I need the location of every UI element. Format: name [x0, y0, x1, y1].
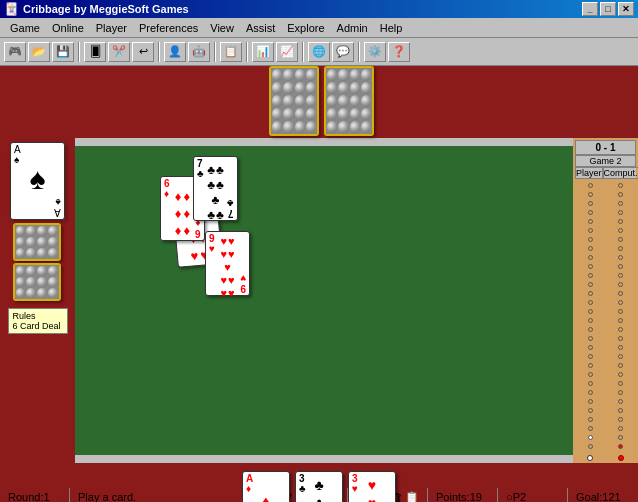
played-card-9h[interactable]: 9♥ ♥♥ ♥♥ ♥ ♥♥ ♥♥ 9♥ [205, 231, 250, 296]
computer-card-2 [324, 66, 374, 136]
player-card-3c[interactable]: 3♣ ♣♣♣ 3♣ [295, 471, 343, 502]
close-button[interactable]: ✕ [618, 2, 634, 16]
menu-explore[interactable]: Explore [281, 20, 330, 36]
peg-computer [618, 455, 624, 461]
score-header: 0 - 1 [575, 140, 636, 155]
menu-assist[interactable]: Assist [240, 20, 281, 36]
player-card-3h[interactable]: 3♥ ♥♥♥ 3♥ [348, 471, 396, 502]
menu-player[interactable]: Player [90, 20, 133, 36]
toolbar-stats[interactable]: 📊 [252, 42, 274, 62]
toolbar-deal[interactable]: 🂠 [84, 42, 106, 62]
toolbar-cut[interactable]: ✂️ [108, 42, 130, 62]
crib-back-top [13, 223, 61, 261]
crib-back-bottom [13, 263, 61, 301]
three-clubs-center: ♣♣♣ [314, 477, 323, 502]
title-bar-text: Cribbage by MeggieSoft Games [23, 3, 189, 15]
status-goal: Goal:121 [568, 488, 638, 502]
points-text: Points:19 [436, 491, 482, 502]
toolbar-graph[interactable]: 📈 [276, 42, 298, 62]
player-hand-cards: A♦ ♦ A♦ 3♣ ♣♣♣ 3♣ 3♥ ♥♥♥ 3♥ [242, 471, 396, 502]
round-text: Round:1 [8, 491, 50, 502]
toolbar-sep6 [358, 42, 360, 62]
menu-bar: Game Online Player Preferences View Assi… [0, 18, 638, 38]
computer-cards [239, 66, 399, 138]
toolbar-computer[interactable]: 🤖 [188, 42, 210, 62]
menu-game[interactable]: Game [4, 20, 46, 36]
game-layout: A♠ ♠ A♠ [0, 66, 638, 486]
info-deal: 6 Card Deal [13, 321, 63, 331]
toolbar-help[interactable]: ❓ [388, 42, 410, 62]
status-player: ○P2 [498, 488, 568, 502]
toolbar-open[interactable]: 📂 [28, 42, 50, 62]
middle-row: A♠ ♠ A♠ [0, 138, 638, 463]
menu-help[interactable]: Help [374, 20, 409, 36]
computer-hand-area [0, 66, 638, 138]
toolbar-sep5 [302, 42, 304, 62]
title-bar-icon: 🃏 [4, 2, 19, 16]
card-suit-center: ♠ [30, 162, 46, 196]
score-panel: 0 - 1 Game 2 Player Comput. [573, 138, 638, 463]
ace-of-spades-card[interactable]: A♠ ♠ A♠ [10, 142, 65, 220]
window-controls: _ □ ✕ [582, 2, 634, 16]
message-text: Play a card. [78, 491, 136, 502]
toolbar-save[interactable]: 💾 [52, 42, 74, 62]
play-area: 6♦ ♦♦ ♦♦ ♦♦ 6♦ 7♣ ♣♣ ♣♣ ♣ ♣♣ 7♣ [75, 146, 573, 455]
menu-admin[interactable]: Admin [331, 20, 374, 36]
player-indicator: ○P2 [506, 491, 526, 502]
toolbar-new[interactable]: 🎮 [4, 42, 26, 62]
score-computer-label: Comput. [603, 167, 638, 179]
score-track [575, 179, 636, 453]
toolbar-prefs[interactable]: ⚙️ [364, 42, 386, 62]
peg-row [575, 455, 636, 461]
toolbar-undo[interactable]: ↩ [132, 42, 154, 62]
player-card-ad[interactable]: A♦ ♦ A♦ [242, 471, 290, 502]
ace-center: ♦ [259, 489, 272, 502]
goal-text: Goal:121 [576, 491, 621, 502]
title-bar: 🃏 Cribbage by MeggieSoft Games _ □ ✕ [0, 0, 638, 18]
score-dots [575, 179, 636, 453]
menu-view[interactable]: View [204, 20, 240, 36]
left-panel: A♠ ♠ A♠ [0, 138, 75, 463]
toolbar-sep1 [78, 42, 80, 62]
computer-card-1 [269, 66, 319, 136]
menu-preferences[interactable]: Preferences [133, 20, 204, 36]
deal-info-box: Rules 6 Card Deal [8, 308, 68, 334]
toolbar-chat[interactable]: 💬 [332, 42, 354, 62]
status-round: Round:1 [0, 488, 70, 502]
crib-back-cards [9, 223, 67, 303]
score-player-label: Player [575, 167, 603, 179]
status-points: Points:19 [428, 488, 498, 502]
game-label: Game 2 [575, 155, 636, 167]
played-card-7c[interactable]: 7♣ ♣♣ ♣♣ ♣ ♣♣ 7♣ [193, 156, 238, 221]
toolbar-player[interactable]: 👤 [164, 42, 186, 62]
toolbar-sep3 [214, 42, 216, 62]
toolbar-sep4 [246, 42, 248, 62]
toolbar: 🎮 📂 💾 🂠 ✂️ ↩ 👤 🤖 📋 📊 📈 🌐 💬 ⚙️ ❓ [0, 38, 638, 66]
toolbar-sep2 [158, 42, 160, 62]
three-hearts-center: ♥♥♥ [368, 477, 376, 502]
minimize-button[interactable]: _ [582, 2, 598, 16]
score-col-labels: Player Comput. [575, 167, 636, 179]
peg-player [587, 455, 593, 461]
card-rank-br: A♠ [54, 197, 61, 217]
menu-online[interactable]: Online [46, 20, 90, 36]
card-rank-tl: A♠ [14, 145, 21, 165]
toolbar-online[interactable]: 🌐 [308, 42, 330, 62]
toolbar-rules[interactable]: 📋 [220, 42, 242, 62]
maximize-button[interactable]: □ [600, 2, 616, 16]
info-rules: Rules [13, 311, 63, 321]
